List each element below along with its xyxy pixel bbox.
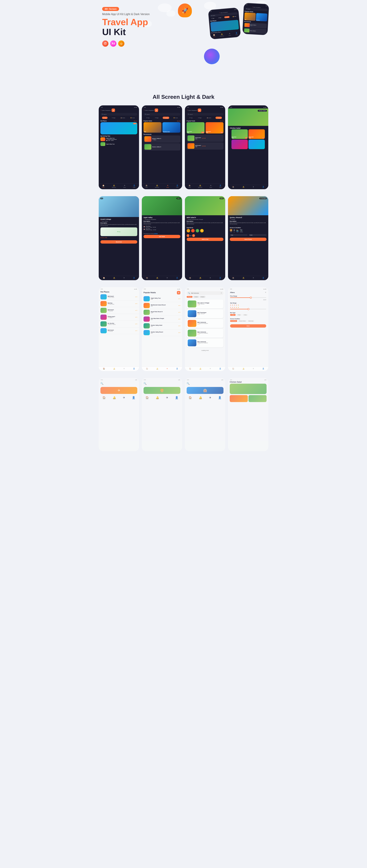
food-grid-item-1[interactable]: With Salad$115 ADD (231, 129, 248, 139)
search-input[interactable]: 🔍 Search (101, 113, 137, 116)
search-input[interactable]: 🔍 Search (187, 113, 223, 116)
search-input[interactable]: 🔍 Search (144, 113, 180, 116)
nav-profile[interactable]: 👤 (262, 277, 264, 279)
see-all-link[interactable]: See All (177, 121, 180, 122)
add-btn[interactable]: ADD (245, 137, 248, 138)
hotel-list-item-5[interactable]: Garden Valley Hotel $180 ★ 4.5 (142, 322, 182, 329)
nav-home[interactable]: 🏠 (146, 277, 148, 279)
nav-profile[interactable]: 👤Profile (133, 185, 135, 188)
facility-fitness[interactable]: Fitness Center (238, 320, 247, 322)
nav-home[interactable]: 🏠 (232, 368, 234, 370)
nav-profile[interactable]: 👤Profile (219, 185, 222, 188)
result-5[interactable]: Bali, Indonesia 📍 Bangamati, Bangladesh … (187, 338, 223, 347)
foods-tab[interactable]: Foods (200, 296, 205, 298)
list-item-4[interactable]: Phang-nga II 📍 Thailand ★ 4.5 (99, 314, 139, 321)
tab-foods[interactable]: 🍔 Foods (172, 117, 179, 119)
list-item-6[interactable]: Bali beach 📍 Indonesia ★ 4.5 (99, 328, 139, 334)
bed-6[interactable]: 6 Bed (243, 314, 248, 316)
nav-home[interactable]: 🏠 (232, 277, 234, 279)
nav-home[interactable]: 🏠Home (102, 185, 105, 188)
tab-trips[interactable]: ✈ Trips (145, 117, 151, 119)
nav-home[interactable]: 🏠Home (145, 185, 148, 188)
nav-saved[interactable]: ✈ (253, 368, 254, 370)
nav-saved[interactable]: ✈ (253, 277, 254, 279)
filter-close-icon[interactable]: ✕ (265, 292, 266, 293)
nav-saved[interactable]: ✈Saved (167, 185, 169, 188)
nav-notification[interactable]: 🔔 (243, 186, 245, 188)
star-r2-3[interactable]: ★ (234, 307, 235, 308)
nav-notification[interactable]: 🔔Notification (155, 185, 159, 188)
star-r2-4[interactable]: ★ (236, 307, 237, 308)
tab-flight[interactable]: ✈ Flight (154, 117, 160, 119)
nav-notification[interactable]: 🔔 (156, 277, 158, 279)
nav-saved[interactable]: ✈ (209, 368, 211, 370)
hotel-list-item-4[interactable]: Shri Maa Naina Temple $200 ★ 4.5 (142, 316, 182, 322)
star-4[interactable]: ★ (236, 304, 237, 306)
tab-hotels[interactable]: 🏨 Hotels (206, 117, 213, 119)
nav-home[interactable]: 🏠 (189, 368, 191, 370)
rec-card-1[interactable]: Damero, Holbox II 📍 Mexico (144, 135, 180, 143)
nav-profile[interactable]: 👤 (176, 368, 178, 370)
tab-trips[interactable]: ✈ Trips (188, 117, 194, 119)
nav-saved[interactable]: ✈ (167, 368, 168, 370)
tab-foods[interactable]: 🍔 Foods (216, 117, 222, 119)
nav-profile[interactable]: 👤 (176, 277, 178, 279)
food-list-item-1[interactable]: McDonald's $115 4.5 ★ (187, 134, 223, 142)
nav-profile[interactable]: 👤 (219, 277, 221, 279)
nav-profile[interactable]: 👤 (262, 186, 264, 188)
select-room-button[interactable]: Select Room (230, 238, 266, 241)
star-1[interactable]: ★ (230, 304, 231, 306)
nav-saved[interactable]: ✈Saved (209, 185, 212, 188)
facility-swimming[interactable]: Swimming (248, 320, 254, 322)
nav-notification[interactable]: 🔔Notification (112, 185, 116, 188)
star-slider[interactable] (230, 309, 266, 309)
hotel-list-item-6[interactable]: Garden Valley Resort $250 ★ 4.5 (142, 329, 182, 336)
nav-profile[interactable]: 👤 (262, 368, 264, 370)
list-item-3[interactable]: Bali beach 📍 Indonesia ★ 4.5 (99, 307, 139, 314)
tab-flight[interactable]: ✈ Flight (197, 117, 203, 119)
hotel-list-item-3[interactable]: Royal Palm Resort II $180 ★ 4.5 (142, 309, 182, 316)
bed-2[interactable]: 2 Bed (230, 314, 236, 316)
nav-notification[interactable]: 🔔 (199, 277, 201, 279)
star-5[interactable]: ★ (238, 304, 239, 306)
search-bar[interactable]: 🔍 Bali Indonesia ✕ (187, 291, 223, 295)
add-button-2[interactable]: ADD (220, 132, 223, 133)
nav-home[interactable]: 🏠 (103, 277, 105, 279)
increase-qty-button[interactable]: + (192, 234, 195, 237)
bed-4[interactable]: 4 Bed (236, 314, 242, 316)
decrease-qty-button[interactable]: − (187, 234, 190, 237)
star-3[interactable]: ★ (234, 304, 235, 306)
hotels-tab[interactable]: Hotels (193, 296, 199, 298)
nav-notification[interactable]: 🔔 (113, 368, 115, 370)
hotel-card-2[interactable]: Hard Rock Hotel (163, 122, 180, 133)
nav-notification[interactable]: 🔔 (243, 277, 245, 279)
food-card-2[interactable]: McDonald's$199 ADD (205, 122, 223, 133)
nav-profile[interactable]: 👤Profile (176, 185, 178, 188)
tab-foods[interactable]: 🍔 Foods (129, 117, 136, 119)
nav-notification[interactable]: 🔔 (243, 368, 245, 370)
food-grid-item-2[interactable]: McDonald's$199 ADD (249, 129, 265, 139)
grid-button[interactable]: ⊞ (112, 108, 115, 112)
food-card-1[interactable]: McDonald's$115 ADD (187, 122, 204, 133)
nav-notification[interactable]: 🔔 (113, 277, 115, 279)
reviews-link[interactable]: Reviews (258) (101, 237, 137, 238)
price-slider[interactable] (230, 298, 266, 298)
nav-home[interactable]: 🏠 (103, 368, 105, 370)
trip-item-1[interactable]: Sajek Valley Tour 📍 Rangamati, Banglades… (101, 137, 137, 141)
nav-profile[interactable]: 👤 (133, 277, 135, 279)
book-now-button[interactable]: Book Now (101, 240, 137, 244)
nav-saved[interactable]: ✈ (123, 277, 125, 279)
tab-hotels[interactable]: 🏨 Hotels (163, 117, 169, 119)
add-btn[interactable]: ADD (262, 137, 264, 138)
result-4[interactable]: Bali, Indonesia 📍 Bangamati, Bangladesh … (187, 329, 223, 338)
nav-saved[interactable]: ✈Saved (123, 185, 126, 188)
nav-saved[interactable]: ✈ (123, 368, 125, 370)
nav-notification[interactable]: 🔔 (156, 368, 158, 370)
add-to-cart-button[interactable]: Add to Cart (187, 238, 223, 241)
food-list-item-2[interactable]: McDonald's $199 4.5 ★ (187, 142, 223, 150)
get-ticket-button[interactable]: Get Ticket (144, 235, 180, 238)
tab-flight[interactable]: ✈ Flight (111, 117, 116, 119)
hotel-list-item-2[interactable]: Medhufushi Island Resort $300 ★ 4.5 (142, 302, 182, 309)
hot-place-card[interactable]: 4.5 ★ (101, 122, 137, 134)
search-input-value[interactable]: Bali Indonesia (191, 292, 220, 294)
